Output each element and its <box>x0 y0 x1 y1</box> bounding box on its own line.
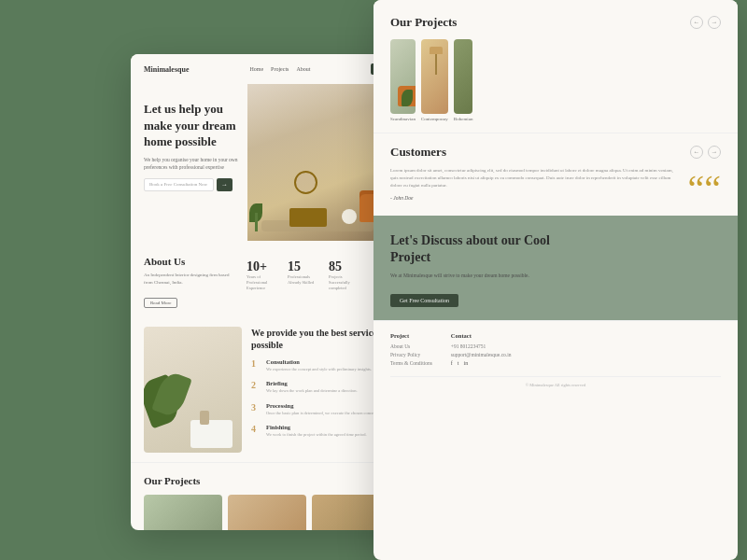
projects-title: Our Projects <box>144 475 200 486</box>
r-projects-header: Our Projects ← → <box>390 15 721 30</box>
about-title: About Us <box>144 256 237 267</box>
plant-stem <box>255 213 258 231</box>
footer-copyright: © Minimalesque All rights reserved <box>390 376 721 387</box>
nav-link-projects[interactable]: Projects <box>271 66 289 72</box>
stat-professionals-number: 15 <box>288 259 316 274</box>
r-projects-prev[interactable]: ← <box>690 16 703 29</box>
r-project-label-1: Scandinavian <box>390 117 416 121</box>
instagram-icon[interactable]: in <box>464 360 469 366</box>
footer-contact-title: Contact <box>451 332 512 339</box>
r-project-1[interactable]: Scandinavian <box>390 39 416 121</box>
r-lamp-shade <box>430 47 443 54</box>
testimonial-content: Lorem ipsum dolor sit amet, consectetur … <box>390 167 678 204</box>
stat-professionals: 15 Professionals Already Skilled <box>288 259 316 308</box>
consultation-input[interactable]: Book a Free Consultation Now <box>144 178 214 191</box>
r-project-thumb-3 <box>454 39 473 114</box>
hero-subtitle: We help you organise your home in your o… <box>144 156 251 172</box>
consultation-btn[interactable]: → <box>217 178 233 191</box>
r-projects-section: Our Projects ← → Scandinavian <box>374 0 738 133</box>
services-image <box>144 327 242 453</box>
right-card: Our Projects ← → Scandinavian <box>374 0 738 560</box>
footer-col-contact: Contact +91 8012234751 support@minimales… <box>451 332 512 369</box>
twitter-icon[interactable]: t <box>458 360 459 366</box>
footer-privacy-link[interactable]: Privacy Policy <box>390 352 432 357</box>
stat-years-number: 10+ <box>247 259 275 274</box>
footer-project-title: Project <box>390 332 432 339</box>
cta-title: Let's Discuss about our Cool Project <box>390 232 577 266</box>
service-text-3: Processing Once the basic plan is determ… <box>266 402 378 416</box>
service-text-1: Consultation We experience the concept a… <box>266 358 372 372</box>
footer-about-link[interactable]: About Us <box>390 343 432 349</box>
project-thumb-img-1 <box>144 495 222 530</box>
testimonial-box: Lorem ipsum dolor sit amet, consectetur … <box>390 167 721 204</box>
customers-header: Customers ← → <box>390 145 721 160</box>
r-project-label-2: Contemporary <box>421 117 448 121</box>
r-projects-title: Our Projects <box>390 15 457 30</box>
hero-content: Let us help you make your dream home pos… <box>144 101 251 191</box>
r-projects-nav: ← → <box>690 16 721 29</box>
service-text-2: Briefing We lay down the work plan and d… <box>266 380 358 394</box>
footer-terms-link[interactable]: Terms & Conditions <box>390 360 432 366</box>
social-icons: f t in <box>451 360 512 366</box>
vase <box>200 411 209 425</box>
customers-title: Customers <box>390 145 446 160</box>
cta-section: Let's Discuss about our Cool Project We … <box>374 216 738 320</box>
service-name-1: Consultation <box>266 358 372 365</box>
side-table <box>190 420 233 448</box>
about-left: About Us An Independent Interior designi… <box>144 256 237 308</box>
r-project-thumb-2 <box>421 39 448 114</box>
project-thumb-2[interactable] <box>228 495 306 530</box>
footer: Project About Us Privacy Policy Terms & … <box>374 320 738 395</box>
footer-columns: Project About Us Privacy Policy Terms & … <box>390 332 721 369</box>
nav-link-about[interactable]: About <box>296 66 310 72</box>
customers-prev[interactable]: ← <box>690 146 703 159</box>
service-name-2: Briefing <box>266 380 358 386</box>
stat-years: 10+ Years of Professional Experience <box>247 259 275 308</box>
r-project-3[interactable]: Bohemian <box>454 39 473 121</box>
cta-button[interactable]: Get Free Consultation <box>390 294 458 307</box>
service-text-4: Finishing We work to finish the project … <box>266 424 367 438</box>
testimonial-author: - John Doe <box>390 195 678 201</box>
r-project-2[interactable]: Contemporary <box>421 39 448 121</box>
footer-email: support@minimalesque.co.in <box>451 352 512 357</box>
hero-title: Let us help you make your dream home pos… <box>144 101 251 150</box>
service-num-4: 4 <box>251 424 261 438</box>
project-thumb-1[interactable] <box>144 495 222 530</box>
service-desc-3: Once the basic plan is determined, we ex… <box>266 411 378 416</box>
console-table <box>289 208 327 227</box>
read-more-button[interactable]: Read More <box>144 298 177 308</box>
r-project-grid: Scandinavian Contemporary Bohemian <box>390 39 721 121</box>
projects-header: Our Projects ← → <box>144 474 407 487</box>
footer-col-project: Project About Us Privacy Policy Terms & … <box>390 332 432 369</box>
nav-logo: Minimalesque <box>144 65 189 74</box>
customers-section: Customers ← → Lorem ipsum dolor sit amet… <box>374 133 738 216</box>
customers-nav: ← → <box>690 146 721 159</box>
stat-projects-label: Projects Successfully completed <box>329 274 357 291</box>
service-num-3: 3 <box>251 402 261 416</box>
r-projects-next[interactable]: → <box>708 16 721 29</box>
service-desc-2: We lay down the work plan and determine … <box>266 388 358 394</box>
stool <box>342 209 357 224</box>
service-desc-4: We work to finish the project within the… <box>266 432 367 438</box>
stat-projects-number: 85 <box>329 259 357 274</box>
quote-icon: ““ <box>687 167 721 204</box>
r-lamp-2 <box>430 47 443 75</box>
testimonial-text: Lorem ipsum dolor sit amet, consectetur … <box>390 167 678 189</box>
r-project-thumb-1 <box>390 39 416 114</box>
about-description: An Independent Interior designing firm b… <box>144 272 237 286</box>
stats-row: 10+ Years of Professional Experience 15 … <box>247 256 357 308</box>
nav-link-home[interactable]: Home <box>249 66 263 72</box>
r-project-label-3: Bohemian <box>454 117 473 121</box>
service-num-2: 2 <box>251 380 261 394</box>
service-name-3: Processing <box>266 402 378 409</box>
stat-professionals-label: Professionals Already Skilled <box>288 274 316 286</box>
facebook-icon[interactable]: f <box>451 360 453 366</box>
cta-description: We at Minimalesque will strive to make y… <box>390 272 577 279</box>
r-plant-1 <box>402 90 413 106</box>
stat-projects: 85 Projects Successfully completed <box>329 259 357 308</box>
customers-next[interactable]: → <box>708 146 721 159</box>
r-lamp-post <box>435 54 437 75</box>
project-thumb-img-2 <box>228 495 306 530</box>
mirror <box>294 171 317 194</box>
footer-phone: +91 8012234751 <box>451 343 512 349</box>
